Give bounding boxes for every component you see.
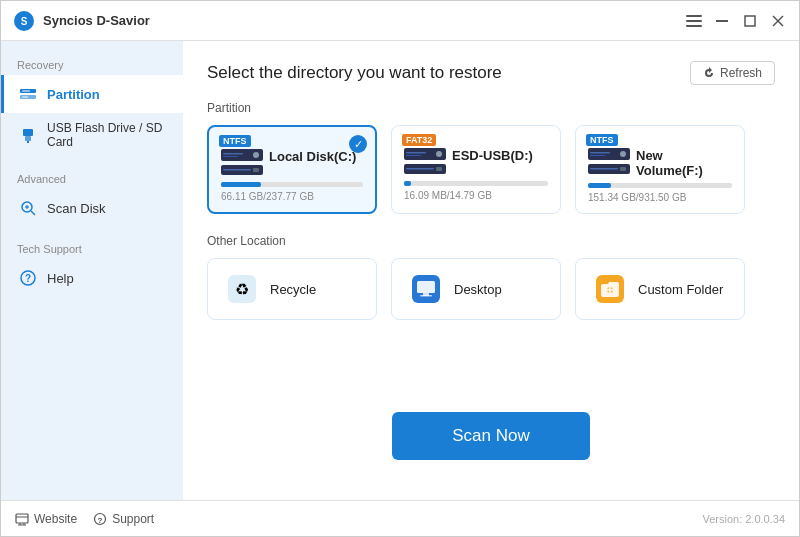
drive-info-c: Local Disk(C:) — [269, 149, 363, 164]
page-title: Select the directory you want to restore — [207, 63, 502, 83]
sidebar-item-help-label: Help — [47, 271, 74, 286]
minimize-button[interactable] — [713, 12, 731, 30]
content-area: Select the directory you want to restore… — [183, 41, 799, 500]
sidebar-section-advanced: Advanced — [1, 165, 183, 189]
sidebar-item-scan-disk-label: Scan Disk — [47, 201, 106, 216]
location-card-custom-folder[interactable]: Custom Folder — [575, 258, 745, 320]
svg-rect-6 — [745, 16, 755, 26]
drive-card-local-c[interactable]: NTFS ✓ Local Disk(C:) — [207, 125, 377, 214]
recycle-label: Recycle — [270, 282, 316, 297]
hdd-icon-c — [221, 149, 263, 177]
drive-card-top-d: ESD-USB(D:) — [404, 148, 548, 176]
scan-now-button[interactable]: Scan Now — [392, 412, 589, 460]
sidebar-item-partition[interactable]: Partition — [1, 75, 183, 113]
svg-rect-14 — [25, 136, 31, 141]
svg-rect-4 — [686, 25, 702, 27]
drive-tag-d: FAT32 — [402, 134, 436, 146]
svg-rect-27 — [253, 168, 259, 172]
window-controls — [685, 12, 787, 30]
refresh-button[interactable]: Refresh — [690, 61, 775, 85]
svg-rect-42 — [590, 168, 618, 170]
drive-progress-fill-c — [221, 182, 261, 187]
sidebar-item-usb[interactable]: USB Flash Drive / SD Card — [1, 113, 183, 157]
svg-rect-5 — [716, 20, 728, 22]
svg-rect-48 — [420, 295, 432, 297]
location-card-desktop[interactable]: Desktop — [391, 258, 561, 320]
drive-progress-bar-c — [221, 182, 363, 187]
refresh-label: Refresh — [720, 66, 762, 80]
svg-rect-41 — [620, 167, 626, 171]
hdd-icon-d — [404, 148, 446, 176]
drive-info-f: New Volume(F:) — [636, 148, 732, 178]
drive-progress-bar-f — [588, 183, 732, 188]
drive-card-esd-d[interactable]: FAT32 ESD-USB(D:) — [391, 125, 561, 214]
svg-text:?: ? — [25, 273, 31, 284]
sidebar-section-techsupport: Tech Support — [1, 235, 183, 259]
location-card-recycle[interactable]: ♻ Recycle — [207, 258, 377, 320]
svg-rect-28 — [223, 169, 251, 171]
drive-card-top-c: Local Disk(C:) — [221, 149, 363, 177]
svg-rect-35 — [406, 168, 434, 170]
drive-name-d: ESD-USB(D:) — [452, 148, 548, 163]
support-link[interactable]: ? Support — [93, 512, 154, 526]
svg-rect-30 — [436, 151, 442, 157]
website-link[interactable]: Website — [15, 512, 77, 526]
maximize-button[interactable] — [741, 12, 759, 30]
drive-card-new-f[interactable]: NTFS New Volume(F:) — [575, 125, 745, 214]
sidebar-item-scan-disk[interactable]: Scan Disk — [1, 189, 183, 227]
drive-size-f: 151.34 GB/931.50 GB — [588, 192, 732, 203]
svg-rect-46 — [417, 281, 435, 293]
drive-size-d: 16.09 MB/14.79 GB — [404, 190, 548, 201]
menu-icon[interactable] — [685, 12, 703, 30]
drive-tag-c: NTFS — [219, 135, 251, 147]
drive-progress-fill-d — [404, 181, 411, 186]
support-label: Support — [112, 512, 154, 526]
drive-name-c: Local Disk(C:) — [269, 149, 363, 164]
drive-selected-check: ✓ — [349, 135, 367, 153]
svg-text:S: S — [21, 16, 28, 27]
svg-rect-2 — [686, 15, 702, 17]
svg-rect-31 — [406, 152, 426, 154]
folder-icon — [592, 271, 628, 307]
drive-progress-bar-d — [404, 181, 548, 186]
content-header: Select the directory you want to restore… — [207, 61, 775, 85]
partition-icon — [17, 83, 39, 105]
drive-name-f: New Volume(F:) — [636, 148, 732, 178]
version-text: Version: 2.0.0.34 — [702, 513, 785, 525]
location-cards-row: ♻ Recycle Desktop — [207, 258, 775, 320]
website-icon — [15, 512, 29, 526]
desktop-icon — [408, 271, 444, 307]
partition-section-label: Partition — [207, 101, 775, 115]
app-title: Syncios D-Savior — [43, 13, 685, 28]
app-logo: S — [13, 10, 35, 32]
website-label: Website — [34, 512, 77, 526]
scan-btn-row: Scan Now — [207, 340, 775, 480]
close-button[interactable] — [769, 12, 787, 30]
svg-line-17 — [31, 211, 35, 215]
svg-rect-53 — [16, 514, 28, 523]
svg-rect-12 — [22, 97, 28, 98]
svg-text:?: ? — [98, 516, 103, 525]
sidebar-section-recovery: Recovery — [1, 51, 183, 75]
sidebar-item-partition-label: Partition — [47, 87, 100, 102]
sidebar: Recovery Partition USB Flash D — [1, 41, 183, 500]
recycle-icon: ♻ — [224, 271, 260, 307]
svg-rect-11 — [22, 91, 30, 92]
footer: Website ? Support Version: 2.0.0.34 — [1, 500, 799, 536]
svg-text:♻: ♻ — [235, 281, 249, 298]
svg-rect-34 — [436, 167, 442, 171]
scandisk-icon — [17, 197, 39, 219]
sidebar-item-help[interactable]: ? Help — [1, 259, 183, 297]
drive-info-d: ESD-USB(D:) — [452, 148, 548, 163]
sidebar-item-usb-label: USB Flash Drive / SD Card — [47, 121, 167, 149]
svg-rect-37 — [620, 151, 626, 157]
svg-rect-23 — [253, 152, 259, 158]
svg-rect-13 — [23, 129, 33, 136]
drive-size-c: 66.11 GB/237.77 GB — [221, 191, 363, 202]
svg-rect-39 — [590, 155, 605, 156]
svg-rect-38 — [590, 152, 610, 154]
desktop-label: Desktop — [454, 282, 502, 297]
refresh-icon — [703, 67, 715, 79]
svg-rect-15 — [27, 141, 29, 143]
main-layout: Recovery Partition USB Flash D — [1, 41, 799, 500]
